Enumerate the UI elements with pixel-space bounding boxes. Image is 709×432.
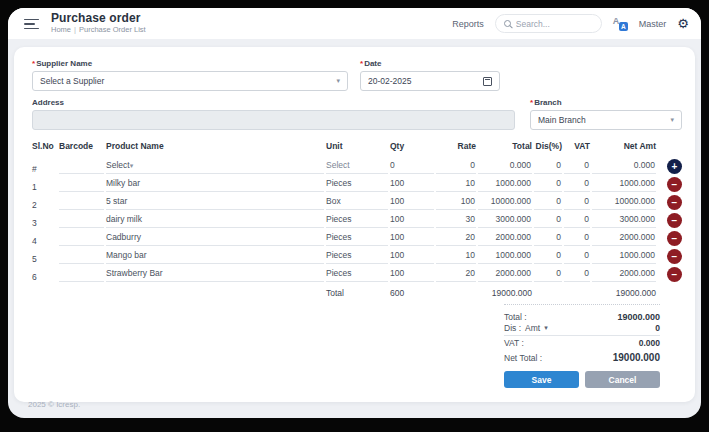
entry-qty-input[interactable]: 0 bbox=[390, 159, 434, 175]
entry-rate-input[interactable]: 0 bbox=[436, 159, 476, 175]
row-qty[interactable]: 100 bbox=[390, 249, 434, 265]
row-product[interactable]: Mango bar bbox=[106, 249, 324, 265]
remove-row-button[interactable]: − bbox=[667, 213, 682, 228]
row-dis[interactable]: 0 bbox=[534, 249, 562, 265]
entry-row: # Select▾ Select 0 0 0.000 0 0 0.000 + bbox=[32, 156, 682, 174]
row-unit[interactable]: Pieces bbox=[326, 213, 388, 229]
row-vat[interactable]: 0 bbox=[564, 195, 590, 211]
address-field: Address bbox=[32, 98, 515, 130]
row-dis[interactable]: 0 bbox=[534, 177, 562, 193]
breadcrumb: Home|Purchase Order List bbox=[51, 26, 146, 34]
row-rate[interactable]: 20 bbox=[436, 267, 476, 283]
address-label: Address bbox=[32, 98, 515, 107]
row-rate[interactable]: 30 bbox=[436, 213, 476, 229]
row-barcode[interactable] bbox=[59, 201, 104, 210]
row-product[interactable]: dairy milk bbox=[106, 213, 324, 229]
row-dis[interactable]: 0 bbox=[534, 213, 562, 229]
row-rate[interactable]: 10 bbox=[436, 249, 476, 265]
entry-vat-input[interactable]: 0 bbox=[564, 159, 590, 175]
col-slno: Sl.No bbox=[32, 141, 59, 156]
col-actions bbox=[658, 141, 682, 156]
row-rate[interactable]: 10 bbox=[436, 177, 476, 193]
remove-row-button[interactable]: − bbox=[667, 177, 682, 192]
entry-barcode-input[interactable] bbox=[59, 165, 104, 174]
remove-row-button[interactable]: − bbox=[667, 231, 682, 246]
row-qty[interactable]: 100 bbox=[390, 177, 434, 193]
summary-nettotal-label: Net Total : bbox=[504, 353, 542, 363]
row-unit[interactable]: Pieces bbox=[326, 177, 388, 193]
master-link[interactable]: Master bbox=[639, 19, 667, 29]
row-vat[interactable]: 0 bbox=[564, 249, 590, 265]
row-product[interactable]: Milky bar bbox=[106, 177, 324, 193]
col-total: Total bbox=[478, 141, 534, 156]
breadcrumb-separator: | bbox=[74, 25, 76, 34]
row-qty[interactable]: 100 bbox=[390, 195, 434, 211]
discount-mode-select[interactable]: Amt ▾ bbox=[525, 323, 548, 333]
language-badge: A bbox=[619, 22, 628, 31]
supplier-select[interactable]: Select a Supplier ▾ bbox=[32, 71, 348, 91]
table-row: 6 Strawberry Bar Pieces 100 20 2000.000 … bbox=[32, 264, 682, 282]
row-unit[interactable]: Pieces bbox=[326, 267, 388, 283]
breadcrumb-home[interactable]: Home bbox=[51, 25, 71, 34]
row-barcode[interactable] bbox=[59, 255, 104, 264]
menu-toggle-icon[interactable] bbox=[24, 19, 39, 30]
col-netamt: Net Amt bbox=[592, 141, 658, 156]
row-product[interactable]: Strawberry Bar bbox=[106, 267, 324, 283]
summary-discount-value[interactable]: 0 bbox=[655, 323, 660, 333]
row-barcode[interactable] bbox=[59, 273, 104, 282]
totals-qty: 600 bbox=[390, 282, 436, 300]
row-dis[interactable]: 0 bbox=[534, 267, 562, 283]
row-rate[interactable]: 100 bbox=[436, 195, 476, 211]
entry-unit-select[interactable]: Select bbox=[326, 159, 388, 175]
row-dis[interactable]: 0 bbox=[534, 231, 562, 247]
row-vat[interactable]: 0 bbox=[564, 267, 590, 283]
calendar-icon[interactable] bbox=[483, 77, 492, 86]
row-vat[interactable]: 0 bbox=[564, 231, 590, 247]
row-product[interactable]: Cadburry bbox=[106, 231, 324, 247]
remove-row-button[interactable]: − bbox=[667, 195, 682, 210]
row-unit[interactable]: Box bbox=[326, 195, 388, 211]
remove-row-button[interactable]: − bbox=[667, 249, 682, 264]
settings-gear-icon[interactable]: ⚙ bbox=[677, 17, 689, 30]
entry-dis-input[interactable]: 0 bbox=[534, 159, 562, 175]
add-row-button[interactable]: + bbox=[667, 159, 682, 174]
save-button[interactable]: Save bbox=[504, 371, 579, 388]
row-qty[interactable]: 100 bbox=[390, 267, 434, 283]
summary-discount-label: Dis : bbox=[504, 323, 521, 333]
row-vat[interactable]: 0 bbox=[564, 213, 590, 229]
search-box[interactable] bbox=[495, 14, 602, 33]
chevron-down-icon: ▾ bbox=[336, 77, 340, 85]
row-barcode[interactable] bbox=[59, 219, 104, 228]
totals-total: 19000.000 bbox=[478, 282, 534, 300]
row-qty[interactable]: 100 bbox=[390, 213, 434, 229]
search-input[interactable] bbox=[516, 19, 593, 29]
remove-row-button[interactable]: − bbox=[667, 267, 682, 282]
footer-copyright: 2025 © Icresp. bbox=[28, 400, 80, 409]
row-barcode[interactable] bbox=[59, 183, 104, 192]
cancel-button[interactable]: Cancel bbox=[585, 371, 660, 388]
branch-select[interactable]: Main Branch ▾ bbox=[530, 110, 682, 130]
summary-nettotal-row: Net Total : 19000.000 bbox=[504, 351, 660, 364]
row-qty[interactable]: 100 bbox=[390, 231, 434, 247]
entry-product-select[interactable]: Select▾ bbox=[106, 159, 324, 175]
row-netamt: 2000.000 bbox=[592, 267, 656, 283]
date-input[interactable]: 20-02-2025 bbox=[360, 71, 500, 91]
summary-total-value: 19000.000 bbox=[617, 312, 660, 322]
table-row: 1 Milky bar Pieces 100 10 1000.000 0 0 1… bbox=[32, 174, 682, 192]
row-dis[interactable]: 0 bbox=[534, 195, 562, 211]
purchase-order-card: *Supplier Name Select a Supplier ▾ *Date… bbox=[14, 47, 695, 402]
chevron-down-icon: ▾ bbox=[670, 116, 674, 124]
app-window: Purchase order Home|Purchase Order List … bbox=[8, 8, 701, 418]
row-vat[interactable]: 0 bbox=[564, 177, 590, 193]
row-barcode[interactable] bbox=[59, 237, 104, 246]
language-translate-icon[interactable]: A A bbox=[613, 17, 628, 31]
row-product[interactable]: 5 star bbox=[106, 195, 324, 211]
row-unit[interactable]: Pieces bbox=[326, 249, 388, 265]
branch-label: *Branch bbox=[530, 98, 682, 107]
row-netamt: 3000.000 bbox=[592, 213, 656, 229]
row-rate[interactable]: 20 bbox=[436, 231, 476, 247]
row-total: 10000.000 bbox=[478, 195, 532, 211]
reports-link[interactable]: Reports bbox=[452, 19, 484, 29]
row-unit[interactable]: Pieces bbox=[326, 231, 388, 247]
address-input[interactable] bbox=[32, 110, 515, 130]
